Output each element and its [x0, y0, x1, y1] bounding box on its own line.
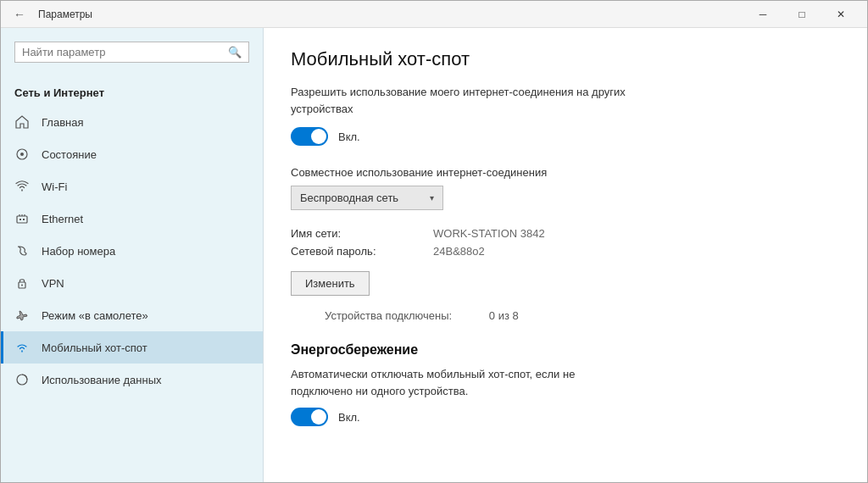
- data-icon: [14, 372, 30, 387]
- devices-value: 0 из 8: [489, 309, 519, 322]
- sidebar-item-data-label: Использование данных: [42, 374, 162, 386]
- network-name-label: Имя сети:: [291, 227, 426, 240]
- network-password-label: Сетевой пароль:: [291, 245, 426, 258]
- main-toggle-row: Вкл.: [291, 127, 840, 146]
- svg-rect-2: [17, 216, 27, 223]
- chevron-down-icon: ▾: [430, 193, 434, 203]
- sidebar: 🔍 Сеть и Интернет Главная: [1, 28, 264, 482]
- network-type-dropdown[interactable]: Беспроводная сеть ▾: [291, 186, 443, 210]
- sub-toggle-label: Вкл.: [338, 411, 360, 424]
- search-icon: 🔍: [228, 46, 242, 58]
- back-button[interactable]: ←: [8, 3, 31, 26]
- sidebar-item-dial-label: Набор номера: [42, 245, 115, 258]
- sidebar-item-state-label: Состояние: [42, 148, 97, 161]
- maximize-button[interactable]: □: [782, 1, 821, 28]
- subsection-title: Энергосбережение: [291, 342, 840, 358]
- sidebar-item-ethernet[interactable]: Ethernet: [1, 203, 263, 235]
- dial-icon: [14, 243, 30, 258]
- dropdown-value: Беспроводная сеть: [300, 192, 398, 204]
- vpn-icon: [14, 275, 30, 291]
- wifi-icon: [14, 179, 30, 194]
- close-button[interactable]: ✕: [821, 1, 860, 28]
- main-toggle[interactable]: [291, 127, 328, 146]
- ethernet-icon: [14, 211, 30, 226]
- devices-row: Устройства подключены: 0 из 8: [291, 309, 840, 322]
- sidebar-item-hotspot-label: Мобильный хот-спот: [42, 341, 147, 354]
- sharing-label: Совместное использование интернет-соедин…: [291, 166, 840, 179]
- content-area: Мобильный хот-спот Разрешить использован…: [264, 28, 867, 482]
- sidebar-item-ethernet-label: Ethernet: [42, 213, 83, 225]
- hotspot-icon: [14, 340, 30, 355]
- search-box[interactable]: 🔍: [14, 42, 249, 63]
- sidebar-item-wifi[interactable]: Wi-Fi: [1, 170, 263, 203]
- svg-point-1: [20, 153, 24, 156]
- sidebar-item-hotspot[interactable]: Мобильный хот-спот: [1, 331, 263, 364]
- window-controls: ─ □ ✕: [743, 1, 860, 28]
- sidebar-item-vpn[interactable]: VPN: [1, 267, 263, 299]
- sidebar-item-home-label: Главная: [42, 116, 83, 129]
- sidebar-item-airplane-label: Режим «в самолете»: [42, 309, 148, 322]
- title-bar: ← Параметры ─ □ ✕: [1, 1, 867, 28]
- network-name-value: WORK-STATION 3842: [433, 227, 840, 240]
- svg-point-6: [21, 285, 23, 286]
- subsection-desc: Автоматически отключать мобильный хот-сп…: [291, 366, 630, 399]
- sidebar-section-title: Сеть и Интернет: [1, 83, 263, 106]
- change-button[interactable]: Изменить: [291, 271, 370, 296]
- sidebar-item-wifi-label: Wi-Fi: [42, 180, 67, 193]
- svg-rect-4: [23, 219, 25, 220]
- sidebar-item-vpn-label: VPN: [42, 277, 64, 290]
- sub-toggle[interactable]: [291, 408, 328, 426]
- search-input[interactable]: [22, 46, 228, 58]
- sidebar-item-dial[interactable]: Набор номера: [1, 235, 263, 267]
- sub-toggle-row: Вкл.: [291, 408, 840, 426]
- airplane-icon: [14, 308, 30, 323]
- network-info-grid: Имя сети: WORK-STATION 3842 Сетевой паро…: [291, 227, 840, 258]
- minimize-button[interactable]: ─: [743, 1, 782, 28]
- page-title: Мобильный хот-спот: [291, 48, 840, 70]
- network-password-value: 24B&88o2: [433, 245, 840, 258]
- window-title: Параметры: [38, 8, 743, 20]
- main-toggle-label: Вкл.: [338, 130, 360, 143]
- state-icon: [14, 147, 30, 162]
- svg-rect-3: [19, 219, 21, 220]
- sidebar-item-data[interactable]: Использование данных: [1, 364, 263, 396]
- main-description: Разрешить использование моего интернет-с…: [291, 84, 630, 117]
- devices-label: Устройства подключены:: [325, 309, 452, 322]
- sidebar-item-state[interactable]: Состояние: [1, 138, 263, 170]
- sidebar-item-airplane[interactable]: Режим «в самолете»: [1, 299, 263, 331]
- sidebar-item-home[interactable]: Главная: [1, 106, 263, 138]
- home-icon: [14, 114, 30, 130]
